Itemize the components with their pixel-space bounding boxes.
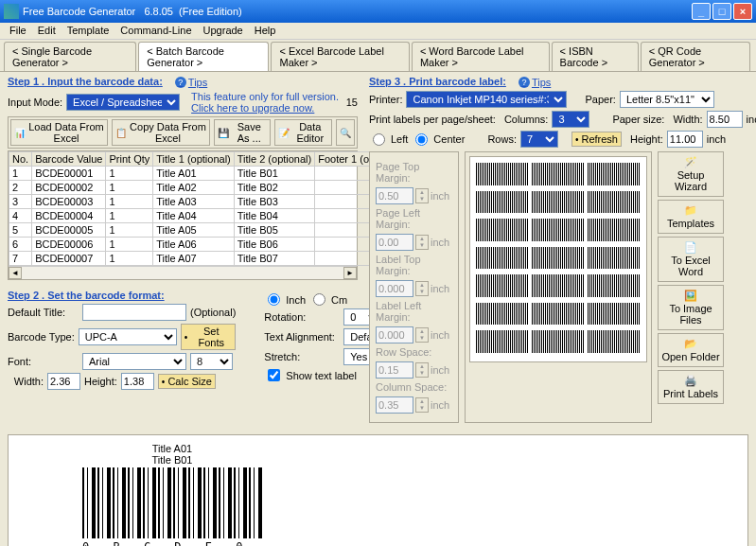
step3-tips[interactable]: Tips xyxy=(519,77,551,88)
col-space-input[interactable] xyxy=(376,396,413,414)
barcode-digits: 0 B C D E 0 0 0 1 3 xyxy=(82,540,262,546)
rows-select[interactable]: 7 xyxy=(520,131,558,148)
paper-width-label: Width: xyxy=(673,114,702,125)
tab-isbn[interactable]: < ISBN Barcode > xyxy=(552,42,639,71)
menu-commandline[interactable]: Command-Line xyxy=(114,23,197,39)
calc-size-button[interactable]: •Calc Size xyxy=(158,374,216,389)
set-fonts-button[interactable]: •Set Fonts xyxy=(181,324,237,350)
table-row[interactable]: 4BCDE000041Title A04Title B04 xyxy=(9,209,381,223)
rotation-label: Rotation: xyxy=(264,311,340,323)
margins-panel: Page Top Margin: ▲▼inch Page Left Margin… xyxy=(369,151,459,423)
maximize-button[interactable]: □ xyxy=(712,3,731,20)
upgrade-msg1: This feature only for full version. xyxy=(191,91,339,102)
load-excel-button[interactable]: 📊Load Data From Excel xyxy=(10,119,108,146)
font-label: Font: xyxy=(8,356,79,367)
input-mode-label: Input Mode: xyxy=(8,97,62,108)
table-row[interactable]: 3BCDE000031Title A03Title B03 xyxy=(9,195,381,209)
data-editor-button[interactable]: 📝Data Editor xyxy=(274,119,332,146)
window-title: Free Barcode Generator 6.8.05 (Free Edit… xyxy=(23,6,692,17)
tab-word[interactable]: < Word Barcode Label Maker > xyxy=(412,42,550,71)
tab-qr[interactable]: < QR Code Generator > xyxy=(641,42,750,71)
templates-button[interactable]: 📁Templates xyxy=(658,200,724,234)
paper-label: Paper: xyxy=(585,94,615,105)
step1-tips[interactable]: Tips xyxy=(175,77,207,88)
label-left-input[interactable] xyxy=(376,326,413,343)
save-as-button[interactable]: 💾Save As ... xyxy=(214,119,271,146)
unit-inch-radio[interactable] xyxy=(268,293,280,306)
step2-title: Step 2 . Set the barcode format: xyxy=(8,284,165,305)
printer-select[interactable]: Canon Inkjet MP140 series#:3 xyxy=(406,91,567,108)
tab-batch[interactable]: < Batch Barcode Generator > xyxy=(138,42,269,71)
paper-select[interactable]: Letter 8.5"x11" xyxy=(620,91,714,108)
table-scrollbar[interactable]: ◄ ► xyxy=(9,266,357,279)
align-center-radio[interactable] xyxy=(415,133,428,146)
tab-single[interactable]: < Single Barcode Generator > xyxy=(4,42,136,71)
menu-template[interactable]: Template xyxy=(62,23,115,39)
menu-edit[interactable]: Edit xyxy=(32,23,62,39)
close-button[interactable]: × xyxy=(733,3,752,20)
paper-height-input[interactable] xyxy=(667,131,703,148)
step3-title: Step 3 . Print barcode label: xyxy=(369,70,506,91)
table-row[interactable]: 7BCDE000071Title A07Title B07 xyxy=(9,252,381,266)
table-row[interactable]: 6BCDE000061Title A06Title B06 xyxy=(9,238,381,252)
minimize-button[interactable]: _ xyxy=(692,3,711,20)
row-space-input[interactable] xyxy=(376,361,413,379)
printer-label: Printer: xyxy=(369,94,402,105)
print-labels-button[interactable]: 🖨️Print Labels xyxy=(658,370,724,404)
to-image-files-button[interactable]: 🖼️To Image Files xyxy=(658,285,724,330)
table-header[interactable]: No. xyxy=(9,152,32,167)
table-header[interactable]: Print Qty xyxy=(106,152,153,167)
optional-label: (Optional) xyxy=(190,307,236,318)
search-button[interactable]: 🔍 xyxy=(336,119,355,146)
height-label: Height: xyxy=(84,376,117,387)
copy-excel-button[interactable]: 📋Copy Data From Excel xyxy=(112,119,210,146)
font-select[interactable]: Arial xyxy=(82,353,186,370)
step1-title: Step 1 . Input the barcode data: xyxy=(8,70,163,91)
table-row[interactable]: 1BCDE000011Title A01Title B01 xyxy=(9,167,381,181)
page-left-input[interactable] xyxy=(376,234,413,251)
rows-label: Rows: xyxy=(487,133,517,145)
barcode-type-select[interactable]: UPC-A xyxy=(79,328,177,345)
titlebar: Free Barcode Generator 6.8.05 (Free Edit… xyxy=(0,0,756,23)
refresh-button[interactable]: •Refresh xyxy=(571,132,622,147)
input-mode-select[interactable]: Excel / Spreadsheet xyxy=(66,94,180,111)
show-text-checkbox[interactable] xyxy=(268,369,280,381)
table-row[interactable]: 2BCDE000021Title A02Title B02 xyxy=(9,181,381,195)
unit-cm-radio[interactable] xyxy=(313,293,325,306)
data-toolbar: 📊Load Data From Excel 📋Copy Data From Ex… xyxy=(8,116,358,149)
tab-excel[interactable]: < Excel Barcode Label Maker > xyxy=(271,42,409,71)
data-table[interactable]: No.Barcode ValuePrint QtyTitle 1 (option… xyxy=(8,150,358,280)
page-top-input[interactable] xyxy=(376,187,413,204)
barcode-preview-panel: Title A01 Title B01 0 B C D E 0 0 0 1 3 … xyxy=(8,434,748,546)
width-label: Width: xyxy=(8,376,44,387)
to-excel-word-button[interactable]: 📄To Excel Word xyxy=(658,237,724,282)
table-row[interactable]: 5BCDE000051Title A05Title B05 xyxy=(9,223,381,238)
tab-bar: < Single Barcode Generator > < Batch Bar… xyxy=(0,40,756,72)
align-left-radio[interactable] xyxy=(373,133,385,146)
menu-help[interactable]: Help xyxy=(249,23,282,39)
setup-wizard-button[interactable]: 🪄Setup Wizard xyxy=(658,151,724,197)
barcode-type-label: Barcode Type: xyxy=(8,331,75,343)
stretch-label: Stretch: xyxy=(264,351,340,362)
open-folder-button[interactable]: 📂Open Folder xyxy=(658,333,724,367)
upgrade-link[interactable]: Click here to upgrade now. xyxy=(191,102,339,114)
barcode-height-input[interactable] xyxy=(121,373,154,390)
scroll-right-icon[interactable]: ► xyxy=(343,267,357,279)
barcode-width-input[interactable] xyxy=(47,373,80,390)
preview-title1: Title A01 xyxy=(82,443,262,454)
table-header[interactable]: Barcode Value xyxy=(32,152,106,167)
table-header[interactable]: Title 1 (optional) xyxy=(153,152,234,167)
row-count: 15 xyxy=(346,97,358,108)
label-top-input[interactable] xyxy=(376,280,413,297)
columns-select[interactable]: 3 xyxy=(552,111,589,128)
paper-size-label: Paper size: xyxy=(612,114,664,125)
table-header[interactable]: Title 2 (optional) xyxy=(234,152,314,167)
default-title-input[interactable] xyxy=(82,304,186,321)
columns-label: Columns: xyxy=(504,114,548,125)
paper-width-input[interactable] xyxy=(707,111,743,128)
menu-upgrade[interactable]: Upgrade xyxy=(198,23,249,39)
menu-file[interactable]: File xyxy=(4,23,32,39)
spinner-icon[interactable]: ▲▼ xyxy=(415,188,429,203)
font-size-select[interactable]: 8 xyxy=(190,353,233,370)
scroll-left-icon[interactable]: ◄ xyxy=(9,267,22,279)
